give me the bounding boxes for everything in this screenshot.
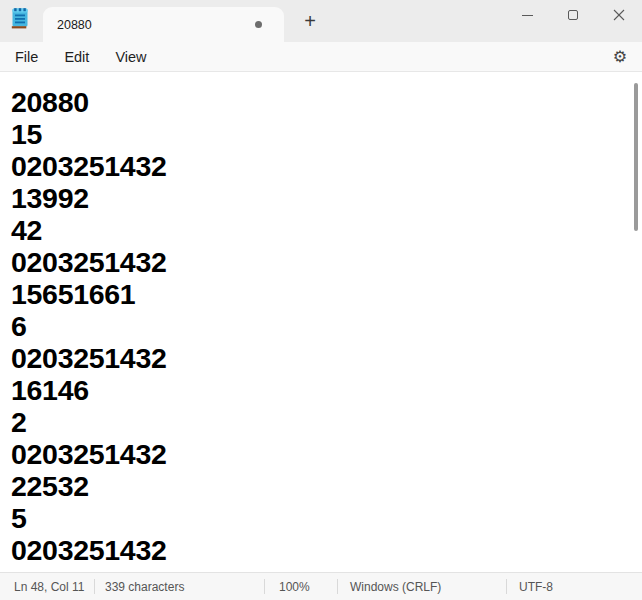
menu-view[interactable]: View — [104, 46, 157, 68]
notepad-window: 20880 + File Edit View ⚙ — [0, 0, 642, 600]
tab-20880[interactable]: 20880 — [43, 7, 284, 42]
close-icon — [613, 9, 625, 21]
text-editor-area[interactable]: 20880 15 0203251432 13992 42 0203251432 … — [0, 72, 642, 572]
menu-file[interactable]: File — [4, 46, 49, 68]
statusbar: Ln 48, Col 11 339 characters 100% Window… — [0, 572, 642, 600]
minimize-button[interactable] — [504, 0, 550, 30]
titlebar: 20880 + — [0, 0, 642, 42]
notepad-app-icon — [10, 6, 30, 30]
encoding: UTF-8 — [507, 573, 642, 600]
maximize-icon — [568, 10, 578, 20]
window-controls — [504, 0, 642, 30]
menubar: File Edit View ⚙ — [0, 42, 642, 72]
vertical-scrollbar-thumb[interactable] — [634, 83, 638, 231]
close-button[interactable] — [596, 0, 642, 30]
new-tab-button[interactable]: + — [296, 7, 324, 35]
line-ending-format: Windows (CRLF) — [338, 573, 506, 600]
character-count: 339 characters — [95, 573, 264, 600]
gear-icon[interactable]: ⚙ — [613, 49, 627, 65]
maximize-button[interactable] — [550, 0, 596, 30]
minimize-icon — [522, 15, 533, 16]
cursor-position: Ln 48, Col 11 — [0, 573, 94, 600]
zoom-level: 100% — [265, 573, 337, 600]
document-text: 20880 15 0203251432 13992 42 0203251432 … — [0, 72, 642, 566]
plus-icon: + — [304, 10, 316, 33]
tab-title: 20880 — [57, 18, 92, 32]
menu-edit[interactable]: Edit — [53, 46, 100, 68]
unsaved-indicator-dot — [255, 21, 262, 28]
